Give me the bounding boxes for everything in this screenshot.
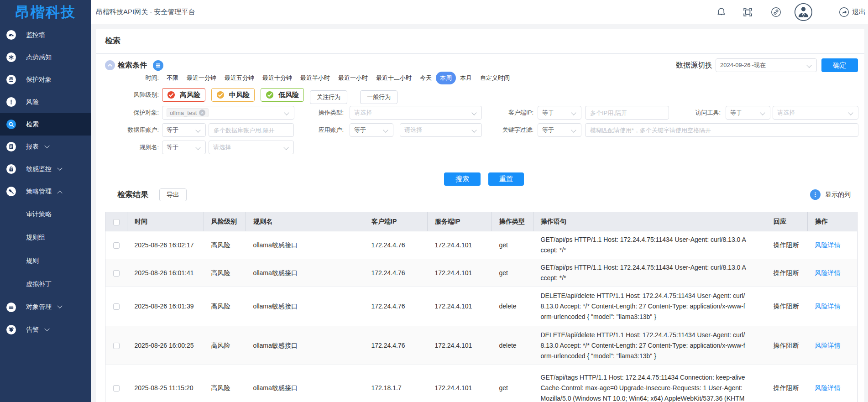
- row-checkbox[interactable]: [113, 303, 120, 310]
- client-ip-cell: 172.24.4.76: [364, 231, 428, 259]
- sidebar-item-protected-objects[interactable]: 保护对象: [0, 68, 91, 91]
- datasource-label: 数据源切换: [676, 58, 722, 72]
- protect-object-select[interactable]: ollma_test×: [162, 106, 294, 120]
- access-tool-select[interactable]: 请选择: [773, 106, 858, 120]
- client-ip-cell: 172.24.4.76: [364, 287, 428, 326]
- sidebar-item-situation-awareness[interactable]: 态势感知: [0, 46, 91, 68]
- sidebar-item-risk[interactable]: 风险: [0, 91, 91, 113]
- rule-name-op-select[interactable]: 等于: [162, 141, 206, 154]
- time-option[interactable]: 最近一分钟: [183, 72, 220, 84]
- db-account-input[interactable]: [209, 123, 294, 137]
- column-header: 操作类型: [492, 212, 533, 231]
- select-all-checkbox[interactable]: [113, 219, 120, 225]
- checkbox: [105, 231, 127, 259]
- risk-filter-behavior[interactable]: 关注行为: [310, 90, 347, 104]
- check-circle-icon: [266, 91, 277, 99]
- response-cell: 操作阻断: [766, 326, 808, 365]
- sidebar-subitem-virtual-patch[interactable]: 虚拟补丁: [0, 272, 91, 296]
- export-button[interactable]: 导出: [159, 188, 187, 201]
- table-row: 2025-08-25 11:15:20高风险ollama敏感接口172.18.1…: [105, 365, 858, 402]
- sidebar-item-sensitive-monitor[interactable]: 敏感监控: [0, 158, 91, 180]
- sidebar-item-monitor-wall[interactable]: 监控墙: [0, 24, 91, 46]
- time-filter-label: 时间:: [96, 72, 159, 84]
- time-option[interactable]: 最近十二小时: [372, 72, 416, 84]
- search-icon: [6, 120, 16, 129]
- datasource-confirm-button[interactable]: 确定: [821, 58, 858, 72]
- client-ip-input[interactable]: [585, 106, 669, 120]
- db-account-op-select[interactable]: 等于: [162, 123, 206, 137]
- sidebar-item-alerts[interactable]: 告警: [0, 318, 91, 341]
- app-account-select[interactable]: 请选择: [400, 123, 482, 137]
- row-checkbox[interactable]: [113, 343, 120, 349]
- keyword-input[interactable]: [585, 123, 858, 137]
- sidebar-item-label: 告警: [26, 326, 39, 334]
- alarm-icon: [6, 325, 16, 334]
- table-header-row: 时间风险级别规则名客户端IP服务端IP操作类型操作语句回应操作: [105, 212, 858, 231]
- bell-icon[interactable]: [716, 0, 727, 24]
- keyword-label: 关键字过滤:: [474, 123, 533, 137]
- columns-switch[interactable]: 显示的列: [810, 189, 851, 200]
- risk-level-cell: 高风险: [204, 287, 246, 326]
- sidebar-item-policy-management[interactable]: 策略管理: [0, 180, 91, 203]
- risk-filter-medium[interactable]: 中风险: [211, 88, 255, 102]
- row-checkbox[interactable]: [113, 242, 120, 249]
- risk-detail-link[interactable]: 风险详情: [815, 241, 841, 249]
- time-option[interactable]: 不限: [162, 72, 183, 84]
- row-checkbox[interactable]: [113, 385, 120, 392]
- response-cell: 操作阻断: [766, 287, 808, 326]
- columns-label: 显示的列: [825, 191, 851, 199]
- fullscreen-icon[interactable]: [742, 0, 753, 24]
- sidebar-item-label: 态势感知: [26, 53, 52, 62]
- risk-filter-low[interactable]: 低风险: [261, 88, 304, 102]
- risk-filter-label: 高风险: [180, 91, 200, 99]
- sidebar-subitem-rules[interactable]: 规则: [0, 249, 91, 272]
- time-option[interactable]: 最近一小时: [334, 72, 372, 84]
- time-option[interactable]: 自定义时间: [476, 72, 514, 84]
- response-cell: 操作阻断: [766, 259, 808, 287]
- client-ip-op-select[interactable]: 等于: [538, 106, 581, 120]
- risk-detail-link[interactable]: 风险详情: [815, 269, 841, 277]
- keyword-op-select[interactable]: 等于: [538, 123, 581, 137]
- user-avatar-icon[interactable]: [794, 0, 813, 24]
- time-option[interactable]: 最近半小时: [296, 72, 334, 84]
- time-option[interactable]: 本周: [436, 72, 456, 84]
- sidebar-item-reports[interactable]: 报表: [0, 136, 91, 158]
- datasource-select[interactable]: 2024-09-26~现在: [716, 58, 817, 72]
- tag-close-icon[interactable]: ×: [199, 110, 205, 116]
- collapse-icon[interactable]: [105, 60, 115, 70]
- table-row: 2025-08-26 16:01:41高风险ollama敏感接口172.24.4…: [105, 259, 858, 287]
- db-account-label: 数据库账户:: [96, 123, 159, 137]
- time-option[interactable]: 本月: [456, 72, 476, 84]
- access-tool-op-select[interactable]: 等于: [726, 106, 770, 120]
- search-button[interactable]: 搜索: [444, 172, 481, 186]
- sidebar-item-search[interactable]: 检索: [0, 113, 91, 136]
- risk-detail-link[interactable]: 风险详情: [815, 303, 841, 310]
- protect-object-label: 保护对象:: [96, 106, 159, 120]
- time-option[interactable]: 今天: [416, 72, 436, 84]
- risk-detail-link[interactable]: 风险详情: [815, 384, 841, 392]
- risk-filter-high[interactable]: 高风险: [162, 88, 205, 102]
- filter-menu-icon[interactable]: [153, 60, 163, 71]
- logout-button[interactable]: 退出: [839, 0, 866, 24]
- risk-filter-behavior[interactable]: 一般行为: [360, 90, 397, 104]
- sidebar-item-label: 监控墙: [26, 31, 45, 39]
- statement-cell: DELETE/api/delete HTTP/1.1 Host: 172.24.…: [533, 326, 766, 365]
- column-header: 操作: [808, 212, 858, 231]
- sidebar-item-object-management[interactable]: 对象管理: [0, 296, 91, 318]
- reset-button[interactable]: 重置: [488, 172, 524, 186]
- time-option[interactable]: 最近十分钟: [258, 72, 296, 84]
- row-checkbox[interactable]: [113, 270, 120, 277]
- app-account-op-select[interactable]: 等于: [350, 123, 393, 137]
- op-type-select[interactable]: 请选择: [350, 106, 482, 120]
- time-option[interactable]: 最近五分钟: [220, 72, 258, 84]
- statement-cell: GET/api/ps HTTP/1.1 Host: 172.24.4.75:11…: [533, 259, 766, 287]
- link-icon[interactable]: [771, 0, 781, 24]
- risk-level-buttons: 高风险中风险低风险关注行为一般行为: [162, 88, 403, 101]
- risk-detail-link[interactable]: 风险详情: [815, 342, 841, 349]
- sidebar-nav: 监控墙态势感知保护对象风险检索报表敏感监控策略管理审计策略规则组规则虚拟补丁对象…: [0, 24, 91, 341]
- sidebar-item-label: 策略管理: [26, 188, 52, 196]
- sidebar-subitem-audit-policy[interactable]: 审计策略: [0, 203, 91, 226]
- sidebar-subitem-rule-group[interactable]: 规则组: [0, 226, 91, 249]
- rule-name-select[interactable]: 请选择: [209, 141, 294, 154]
- client-ip-label: 客户端IP:: [474, 106, 533, 120]
